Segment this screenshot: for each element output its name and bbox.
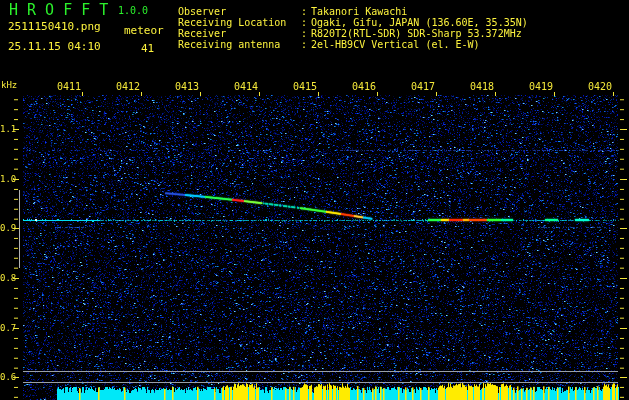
time-label-0420: 0420: [586, 81, 612, 92]
time-label-0419: 0419: [527, 81, 553, 92]
freq-label-1.0: 1.0: [0, 175, 14, 184]
hrofft-window: H R O F F T 1.0.0 2511150410.png meteor …: [0, 0, 629, 400]
record-datetime: 25.11.15 04:10: [8, 40, 101, 53]
time-label-0417: 0417: [409, 81, 435, 92]
time-label-0415: 0415: [291, 81, 317, 92]
info-value-antenna: 2el-HB9CV Vertical (el. E-W): [311, 39, 480, 50]
info-value-receiver: R820T2(RTL-SDR) SDR-Sharp 53.372MHz: [311, 28, 522, 39]
app-version: 1.0.0: [118, 5, 148, 16]
time-label-0414: 0414: [232, 81, 258, 92]
meteor-count: 41: [141, 42, 154, 55]
freq-label-1.1: 1.1: [0, 125, 14, 134]
info-sep: :: [301, 39, 307, 50]
info-label-location: Receiving Location: [178, 17, 300, 28]
freq-label-0.9: 0.9: [0, 224, 14, 233]
info-label-antenna: Receiving antenna: [178, 39, 300, 50]
info-value-observer: Takanori Kawachi: [311, 6, 407, 17]
info-label-observer: Observer: [178, 6, 300, 17]
app-title: H R O F F T: [9, 1, 108, 19]
info-value-location: Ogaki, Gifu, JAPAN (136.60E, 35.35N): [311, 17, 528, 28]
time-label-0412: 0412: [114, 81, 140, 92]
time-label-0418: 0418: [468, 81, 494, 92]
freq-label-0.8: 0.8: [0, 274, 14, 283]
freq-label-0.7: 0.7: [0, 324, 14, 333]
info-sep: :: [301, 17, 307, 28]
freq-unit-label: kHz: [1, 80, 17, 90]
info-label-receiver: Receiver: [178, 28, 300, 39]
freq-label-0.6: 0.6: [0, 373, 14, 382]
info-sep: :: [301, 28, 307, 39]
mode-label: meteor: [124, 24, 164, 37]
info-sep: :: [301, 6, 307, 17]
spectrogram-canvas: [0, 0, 629, 400]
output-filename: 2511150410.png: [8, 20, 101, 33]
time-label-0416: 0416: [350, 81, 376, 92]
time-label-0411: 0411: [55, 81, 81, 92]
time-label-0413: 0413: [173, 81, 199, 92]
